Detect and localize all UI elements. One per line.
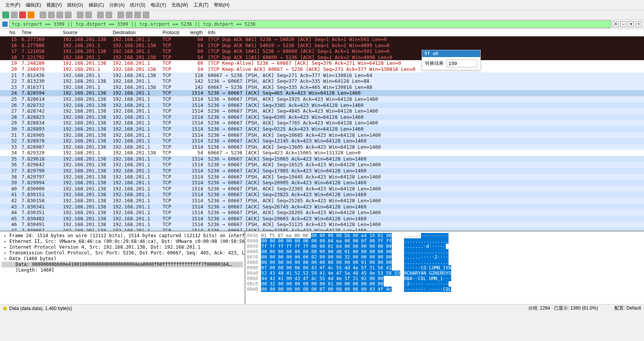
col-source[interactable]: Source [61,29,110,36]
toolbar-first-icon[interactable] [77,11,84,18]
expert-info-icon[interactable] [3,307,7,310]
tooltip-label: 转换结果 [425,60,444,67]
menu-item[interactable]: 跳转(G) [65,1,85,9]
packet-row[interactable]: 247.828594192.168.201.138192.168.201.1TC… [0,90,644,96]
packet-row[interactable]: 287.828823192.168.201.138192.168.201.1TC… [0,114,644,120]
menu-item[interactable]: 捕获(C) [86,1,107,9]
tooltip-value-input[interactable] [447,59,477,67]
packet-row[interactable]: 387.829797192.168.201.138192.168.201.1TC… [0,174,644,180]
status-field-info: Data (data.data), 1,460 byte(s) [9,306,72,311]
bookmark-icon[interactable] [2,21,8,27]
menu-item[interactable]: 分析(A) [107,1,127,9]
packet-row[interactable]: 427.830158192.168.201.138192.168.201.1TC… [0,198,644,204]
packet-row[interactable]: 197.248280192.168.201.138192.168.201.1TC… [0,60,644,66]
tree-node[interactable]: Ethernet II, Src: VMware_68:46:ca (00:0c… [2,239,243,244]
packet-row[interactable]: 377.829790192.168.201.138192.168.201.1TC… [0,168,644,174]
toolbar-autoscroll-icon[interactable] [97,11,104,18]
display-filter-input[interactable] [9,20,611,28]
toolbar-open-icon[interactable] [2,11,9,18]
packet-bytes-hex[interactable]: 003000400050006000700080009000a000b000c0… [245,231,644,304]
packet-row[interactable]: 397.829994192.168.201.138192.168.201.1TC… [0,180,644,186]
menu-item[interactable]: 电话(Y) [148,1,168,9]
tree-node[interactable]: Frame 24: 1514 bytes on wire (12112 bits… [2,233,243,239]
packet-row[interactable]: 166.277886192.168.201.1192.168.201.138TC… [0,43,644,49]
packet-row[interactable]: 327.828978192.168.201.138192.168.201.1TC… [0,138,644,144]
tree-node[interactable]: Transmission Control Protocol, Src Port:… [2,250,243,256]
menu-item[interactable]: 统计(S) [128,1,148,9]
toolbar-goto-icon[interactable] [65,11,72,18]
packet-row[interactable]: 217.812436192.168.201.1192.168.201.138TC… [0,72,644,79]
toolbar-colorize-icon[interactable] [105,11,112,18]
packet-row[interactable]: 407.830000192.168.201.138192.168.201.1TC… [0,186,644,192]
packet-row[interactable]: 357.829618192.168.201.138192.168.201.1TC… [0,156,644,162]
packet-row[interactable]: 207.248979192.168.201.1192.168.201.138TC… [0,66,644,72]
packet-row[interactable]: 367.829642192.168.201.138192.168.201.1TC… [0,162,644,168]
packet-row[interactable]: 317.828905192.168.201.138192.168.201.1TC… [0,132,644,138]
menu-item[interactable]: 视图(V) [44,1,64,9]
col-dest[interactable]: Destination [110,29,160,36]
hex-conversion-tooltip: 9f a0 转换结果 [422,50,481,70]
col-info[interactable]: Info [205,29,644,36]
toolbar-save-icon[interactable] [11,11,18,18]
menu-item[interactable]: 工具(T) [191,1,211,9]
filter-apply-button[interactable]: → [620,21,626,27]
tooltip-hex-bytes: 9f a0 [422,50,480,57]
menu-item[interactable]: 帮助(H) [212,1,232,9]
main-toolbar [0,11,644,20]
packet-row[interactable]: 417.830151192.168.201.138192.168.201.1TC… [0,192,644,198]
filter-history-button[interactable]: ▾ [628,21,634,27]
col-no[interactable]: No. [0,29,19,36]
display-filter-bar: ✕ → ▾ + [0,20,644,29]
col-length[interactable]: length [186,29,205,36]
packet-row[interactable]: 447.830351192.168.201.138192.168.201.1TC… [0,210,644,216]
toolbar-zoom-out-icon[interactable] [126,11,133,18]
tree-node[interactable]: [Length: 1460] [2,267,243,273]
col-time[interactable]: Time [19,29,61,36]
filter-add-button[interactable]: + [636,21,642,27]
packet-list-pane[interactable]: No. Time Source Destination Protocol len… [0,29,644,231]
col-protocol[interactable]: Protocol [160,29,186,36]
packet-row[interactable]: 437.830341192.168.201.138192.168.201.1TC… [0,204,644,210]
packet-row[interactable]: 347.829329192.168.201.1192.168.201.138TC… [0,150,644,156]
toolbar-zoom-reset-icon[interactable] [134,11,141,18]
packet-row[interactable]: 297.828834192.168.201.138192.168.201.1TC… [0,120,644,126]
menu-bar: 文件(F)编辑(E)视图(V)跳转(G)捕获(C)分析(A)统计(S)电话(Y)… [0,0,644,11]
packet-row[interactable]: 477.830667192.168.201.138192.168.201.1TC… [0,228,644,231]
toolbar-forward-icon[interactable] [56,11,63,18]
filter-clear-button[interactable]: ✕ [613,21,619,27]
toolbar-resize-icon[interactable] [143,11,150,18]
status-profile[interactable]: 配置: Default [614,305,641,311]
packet-list-header[interactable]: No. Time Source Destination Protocol len… [0,29,644,36]
packet-row[interactable]: 156.277369192.168.201.138192.168.201.1TC… [0,36,644,43]
tree-node[interactable]: Data (1460 bytes) [2,256,243,262]
packet-row[interactable]: 307.828893192.168.201.138192.168.201.1TC… [0,126,644,132]
toolbar-last-icon[interactable] [85,11,92,18]
toolbar-back-icon[interactable] [48,11,55,18]
toolbar-find-icon[interactable] [39,11,46,18]
status-bar: Data (data.data), 1,460 byte(s) 分组: 2264… [0,304,644,312]
status-packet-count: 分组: 2264 · 已显示: 1380 (61.0%) [528,305,598,311]
packet-row[interactable]: 257.828614192.168.201.138192.168.201.1TC… [0,96,644,102]
detail-panes: Frame 24: 1514 bytes on wire (12112 bits… [0,231,644,304]
tree-node[interactable]: Data: 00000000bb00e410010000000000000000… [2,262,243,267]
packet-row[interactable]: 267.828732192.168.201.138192.168.201.1TC… [0,102,644,108]
packet-row[interactable]: 337.828987192.168.201.138192.168.201.1TC… [0,144,644,150]
menu-item[interactable]: 编辑(E) [23,1,43,9]
packet-row[interactable]: 177.121658192.168.201.138192.168.201.1TC… [0,48,644,54]
packet-row[interactable]: 237.816371192.168.201.1192.168.201.138TC… [0,84,644,90]
menu-item[interactable]: 文件(F) [3,1,23,9]
toolbar-stop-icon[interactable] [19,11,26,18]
packet-row[interactable]: 277.828742192.168.201.138192.168.201.1TC… [0,108,644,114]
toolbar-restart-icon[interactable] [28,11,34,18]
packet-details-tree[interactable]: Frame 24: 1514 bytes on wire (12112 bits… [0,231,245,304]
tree-node[interactable]: Internet Protocol Version 4, Src: 192.16… [2,244,243,250]
packet-row[interactable]: 467.830491192.168.201.138192.168.201.1TC… [0,221,644,228]
packet-row[interactable]: 227.813230192.168.201.138192.168.201.1TC… [0,78,644,84]
toolbar-zoom-in-icon[interactable] [117,11,124,18]
packet-row[interactable]: 187.121792192.168.201.1192.168.201.138TC… [0,54,644,61]
menu-item[interactable]: 无线(W) [169,1,190,9]
packet-row[interactable]: 457.830482192.168.201.138192.168.201.1TC… [0,216,644,222]
